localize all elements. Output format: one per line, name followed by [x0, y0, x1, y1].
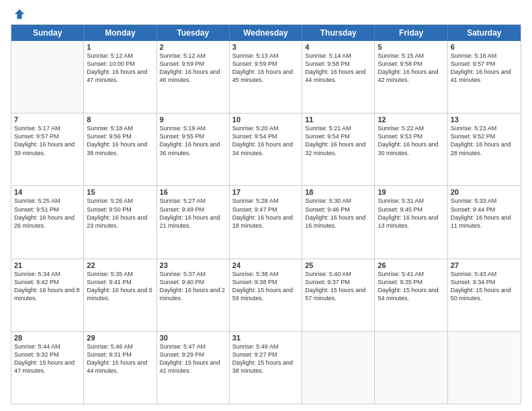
- cell-info: Sunrise: 5:23 AMSunset: 9:52 PMDaylight:…: [451, 124, 518, 157]
- day-number: 20: [451, 188, 518, 196]
- calendar-cell: 4Sunrise: 5:14 AMSunset: 9:58 PMDaylight…: [302, 41, 375, 113]
- cell-info: Sunrise: 5:20 AMSunset: 9:54 PMDaylight:…: [232, 124, 299, 157]
- day-number: 27: [451, 261, 518, 269]
- calendar-body: 1Sunrise: 5:12 AMSunset: 10:00 PMDayligh…: [11, 41, 521, 404]
- day-number: 12: [378, 116, 444, 124]
- calendar-cell: 23Sunrise: 5:37 AMSunset: 9:40 PMDayligh…: [157, 259, 230, 331]
- day-number: 26: [378, 261, 444, 269]
- calendar-cell: 26Sunrise: 5:41 AMSunset: 9:35 PMDayligh…: [375, 259, 447, 331]
- cell-info: Sunrise: 5:34 AMSunset: 9:42 PMDaylight:…: [14, 270, 81, 303]
- day-number: 28: [14, 334, 81, 342]
- header-day-friday: Friday: [375, 25, 447, 41]
- page: SundayMondayTuesdayWednesdayThursdayFrid…: [0, 0, 532, 411]
- cell-info: Sunrise: 5:17 AMSunset: 9:57 PMDaylight:…: [14, 124, 81, 157]
- calendar-cell: 24Sunrise: 5:38 AMSunset: 9:38 PMDayligh…: [230, 259, 302, 331]
- calendar-cell: 21Sunrise: 5:34 AMSunset: 9:42 PMDayligh…: [11, 259, 84, 331]
- day-number: 31: [232, 334, 299, 342]
- cell-info: Sunrise: 5:35 AMSunset: 9:41 PMDaylight:…: [87, 270, 153, 303]
- calendar-cell: 22Sunrise: 5:35 AMSunset: 9:41 PMDayligh…: [84, 259, 157, 331]
- header-day-monday: Monday: [84, 25, 157, 41]
- calendar-cell: 7Sunrise: 5:17 AMSunset: 9:57 PMDaylight…: [11, 113, 84, 185]
- calendar-cell: 30Sunrise: 5:47 AMSunset: 9:29 PMDayligh…: [157, 332, 230, 404]
- cell-info: Sunrise: 5:47 AMSunset: 9:29 PMDaylight:…: [160, 342, 226, 375]
- day-number: 10: [232, 116, 299, 124]
- cell-info: Sunrise: 5:28 AMSunset: 9:47 PMDaylight:…: [232, 197, 299, 230]
- calendar-week-5: 28Sunrise: 5:44 AMSunset: 9:32 PMDayligh…: [11, 332, 521, 404]
- calendar-cell: 10Sunrise: 5:20 AMSunset: 9:54 PMDayligh…: [230, 113, 302, 185]
- cell-info: Sunrise: 5:27 AMSunset: 9:49 PMDaylight:…: [160, 197, 226, 230]
- cell-info: Sunrise: 5:38 AMSunset: 9:38 PMDaylight:…: [232, 270, 299, 303]
- calendar-cell: 28Sunrise: 5:44 AMSunset: 9:32 PMDayligh…: [11, 332, 84, 404]
- cell-info: Sunrise: 5:16 AMSunset: 9:57 PMDaylight:…: [451, 52, 518, 85]
- cell-info: Sunrise: 5:14 AMSunset: 9:58 PMDaylight:…: [305, 52, 371, 85]
- calendar-cell: [11, 41, 84, 113]
- calendar-header: SundayMondayTuesdayWednesdayThursdayFrid…: [11, 25, 521, 41]
- calendar-cell: [448, 332, 521, 404]
- cell-info: Sunrise: 5:41 AMSunset: 9:35 PMDaylight:…: [378, 270, 444, 303]
- calendar-week-3: 14Sunrise: 5:25 AMSunset: 9:51 PMDayligh…: [11, 186, 521, 259]
- calendar-cell: 20Sunrise: 5:33 AMSunset: 9:44 PMDayligh…: [448, 186, 521, 258]
- day-number: 7: [14, 116, 81, 124]
- calendar-cell: 31Sunrise: 5:49 AMSunset: 9:27 PMDayligh…: [230, 332, 302, 404]
- cell-info: Sunrise: 5:33 AMSunset: 9:44 PMDaylight:…: [451, 197, 518, 230]
- calendar-week-2: 7Sunrise: 5:17 AMSunset: 9:57 PMDaylight…: [11, 113, 521, 186]
- day-number: 1: [87, 43, 153, 51]
- header: [11, 8, 521, 20]
- day-number: 4: [305, 43, 371, 51]
- calendar-cell: 3Sunrise: 5:13 AMSunset: 9:59 PMDaylight…: [230, 41, 302, 113]
- day-number: 30: [160, 334, 226, 342]
- day-number: 17: [232, 188, 299, 196]
- calendar-cell: 25Sunrise: 5:40 AMSunset: 9:37 PMDayligh…: [302, 259, 375, 331]
- calendar-cell: 29Sunrise: 5:46 AMSunset: 9:31 PMDayligh…: [84, 332, 157, 404]
- cell-info: Sunrise: 5:43 AMSunset: 9:34 PMDaylight:…: [451, 270, 518, 303]
- day-number: 21: [14, 261, 81, 269]
- day-number: 9: [160, 116, 226, 124]
- day-number: 18: [305, 188, 371, 196]
- header-day-saturday: Saturday: [448, 25, 521, 41]
- header-day-sunday: Sunday: [11, 25, 84, 41]
- day-number: 23: [160, 261, 226, 269]
- cell-info: Sunrise: 5:31 AMSunset: 9:45 PMDaylight:…: [378, 197, 444, 230]
- cell-info: Sunrise: 5:30 AMSunset: 9:46 PMDaylight:…: [305, 197, 371, 230]
- cell-info: Sunrise: 5:44 AMSunset: 9:32 PMDaylight:…: [14, 342, 81, 375]
- cell-info: Sunrise: 5:26 AMSunset: 9:50 PMDaylight:…: [87, 197, 153, 230]
- calendar-cell: 1Sunrise: 5:12 AMSunset: 10:00 PMDayligh…: [84, 41, 157, 113]
- calendar-week-1: 1Sunrise: 5:12 AMSunset: 10:00 PMDayligh…: [11, 41, 521, 113]
- cell-info: Sunrise: 5:13 AMSunset: 9:59 PMDaylight:…: [232, 52, 299, 85]
- calendar-cell: 15Sunrise: 5:26 AMSunset: 9:50 PMDayligh…: [84, 186, 157, 258]
- calendar-cell: 17Sunrise: 5:28 AMSunset: 9:47 PMDayligh…: [230, 186, 302, 258]
- cell-info: Sunrise: 5:22 AMSunset: 9:53 PMDaylight:…: [378, 124, 444, 157]
- day-number: 14: [14, 188, 81, 196]
- day-number: 11: [305, 116, 371, 124]
- calendar: SundayMondayTuesdayWednesdayThursdayFrid…: [11, 24, 521, 404]
- calendar-cell: 18Sunrise: 5:30 AMSunset: 9:46 PMDayligh…: [302, 186, 375, 258]
- day-number: 24: [232, 261, 299, 269]
- day-number: 13: [451, 116, 518, 124]
- header-day-wednesday: Wednesday: [230, 25, 302, 41]
- calendar-cell: 27Sunrise: 5:43 AMSunset: 9:34 PMDayligh…: [448, 259, 521, 331]
- logo-icon: [13, 8, 26, 20]
- calendar-cell: 5Sunrise: 5:15 AMSunset: 9:58 PMDaylight…: [375, 41, 447, 113]
- cell-info: Sunrise: 5:21 AMSunset: 9:54 PMDaylight:…: [305, 124, 371, 157]
- cell-info: Sunrise: 5:12 AMSunset: 10:00 PMDaylight…: [87, 52, 153, 85]
- svg-marker-0: [15, 9, 24, 19]
- cell-info: Sunrise: 5:25 AMSunset: 9:51 PMDaylight:…: [14, 197, 81, 230]
- calendar-cell: 8Sunrise: 5:18 AMSunset: 9:56 PMDaylight…: [84, 113, 157, 185]
- cell-info: Sunrise: 5:40 AMSunset: 9:37 PMDaylight:…: [305, 270, 371, 303]
- day-number: 22: [87, 261, 153, 269]
- calendar-cell: 6Sunrise: 5:16 AMSunset: 9:57 PMDaylight…: [448, 41, 521, 113]
- cell-info: Sunrise: 5:46 AMSunset: 9:31 PMDaylight:…: [87, 342, 153, 375]
- day-number: 25: [305, 261, 371, 269]
- calendar-cell: 13Sunrise: 5:23 AMSunset: 9:52 PMDayligh…: [448, 113, 521, 185]
- cell-info: Sunrise: 5:18 AMSunset: 9:56 PMDaylight:…: [87, 124, 153, 157]
- cell-info: Sunrise: 5:37 AMSunset: 9:40 PMDaylight:…: [160, 270, 226, 303]
- calendar-cell: 9Sunrise: 5:19 AMSunset: 9:55 PMDaylight…: [157, 113, 230, 185]
- day-number: 6: [451, 43, 518, 51]
- day-number: 5: [378, 43, 444, 51]
- day-number: 3: [232, 43, 299, 51]
- calendar-cell: 12Sunrise: 5:22 AMSunset: 9:53 PMDayligh…: [375, 113, 447, 185]
- calendar-cell: 19Sunrise: 5:31 AMSunset: 9:45 PMDayligh…: [375, 186, 447, 258]
- calendar-cell: [302, 332, 375, 404]
- day-number: 29: [87, 334, 153, 342]
- day-number: 19: [378, 188, 444, 196]
